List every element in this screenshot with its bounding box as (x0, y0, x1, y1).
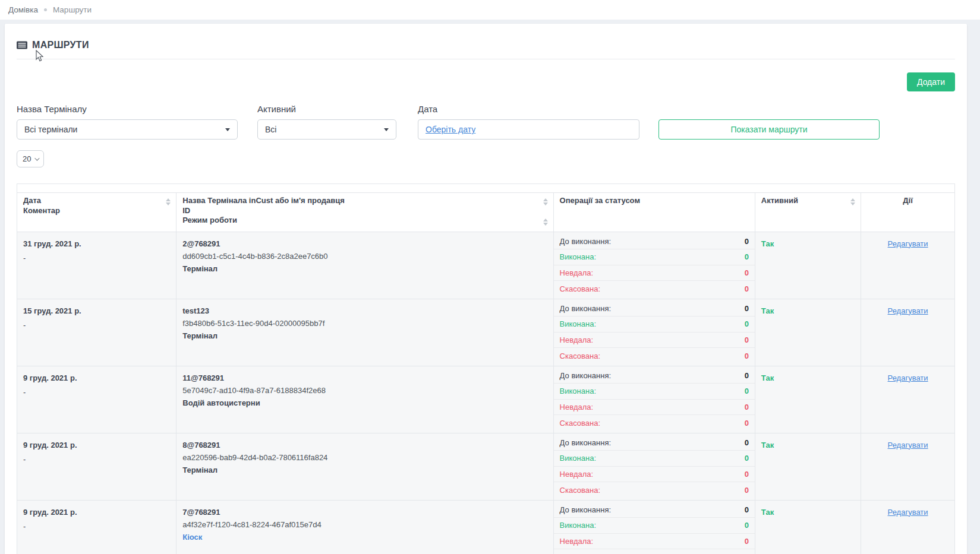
status-line: До виконання:0 (554, 301, 755, 317)
cell-active: Так (755, 232, 861, 299)
edit-link[interactable]: Редагувати (888, 508, 928, 517)
add-button[interactable]: Додати (907, 72, 955, 91)
header-active[interactable]: Активний (755, 193, 861, 232)
cell-terminal: 8@768291 ea220596-bab9-42d4-b0a2-7806116… (177, 433, 553, 500)
status-line: До виконання:0 (554, 234, 755, 250)
cell-status: До виконання:0Виконана:0Невдала:0Скасова… (553, 500, 755, 554)
status-label: Невдала: (560, 403, 594, 411)
chevron-down-icon (384, 128, 389, 131)
page-size-value: 20 (23, 154, 31, 163)
cell-actions: Редагувати (861, 500, 955, 554)
page-size-wrap: 20 (17, 150, 955, 167)
header-date-comment[interactable]: Дата Коментар (17, 193, 177, 232)
status-count: 0 (745, 268, 749, 277)
status-count: 0 (745, 371, 749, 380)
page-size-select[interactable]: 20 (17, 150, 44, 167)
active-value: Так (761, 239, 774, 248)
active-value: Так (761, 508, 774, 517)
choose-date-link[interactable]: Оберіть дату (426, 125, 475, 134)
status-line: Невдала:0 (554, 333, 755, 349)
card-header: МАРШРУТИ (17, 24, 955, 59)
cell-terminal: 7@768291 a4f32e7f-f120-4c81-8224-467af01… (177, 500, 553, 554)
table-row: 9 груд. 2021 р. - 8@768291 ea220596-bab9… (17, 433, 955, 500)
active-value: Так (761, 306, 774, 315)
status-list: До виконання:0Виконана:0Невдала:0Скасова… (554, 433, 755, 498)
status-count: 0 (745, 284, 749, 293)
filters-row: Назва Терміналу Всі термінали Активний В… (17, 104, 955, 140)
terminal-name: test123 (182, 306, 547, 315)
cell-active: Так (755, 500, 861, 554)
cell-active: Так (755, 366, 861, 433)
status-count: 0 (745, 438, 749, 447)
edit-link[interactable]: Редагувати (888, 306, 928, 315)
status-label: До виконання: (560, 371, 611, 380)
table-row: 15 груд. 2021 р. - test123 f3b480b6-51c3… (17, 299, 955, 366)
sort-arrows-icon[interactable] (850, 198, 855, 205)
status-count: 0 (745, 304, 749, 313)
breadcrumb: Домівка Маршрути (0, 0, 980, 20)
header-id-label: ID (182, 206, 537, 216)
status-label: Виконана: (560, 387, 596, 395)
status-label: Скасована: (560, 352, 600, 360)
breadcrumb-home-link[interactable]: Домівка (8, 5, 38, 14)
list-icon (17, 41, 27, 49)
status-line: До виконання:0 (554, 435, 755, 451)
status-label: Скасована: (560, 419, 600, 428)
status-count: 0 (745, 454, 749, 463)
status-line: До виконання:0 (554, 368, 755, 384)
sort-arrows-icon[interactable] (543, 198, 548, 205)
route-date: 31 груд. 2021 р. (23, 239, 170, 248)
status-list: До виконання:0Виконана:0Невдала:0Скасова… (554, 299, 755, 364)
status-count: 0 (745, 403, 749, 411)
status-count: 0 (745, 505, 749, 514)
status-count: 0 (745, 387, 749, 395)
edit-link[interactable]: Редагувати (888, 373, 928, 382)
active-select[interactable]: Всі (257, 119, 396, 140)
terminal-mode: Термінал (182, 466, 547, 474)
terminal-id: 5e7049c7-ad10-4f9a-87a7-6188834f2e68 (182, 386, 547, 395)
table-row: 9 груд. 2021 р. - 11@768291 5e7049c7-ad1… (17, 366, 955, 433)
cell-terminal: 2@768291 dd609cb1-c5c1-4c4b-b836-2c8a2ee… (177, 232, 553, 299)
status-count: 0 (745, 470, 749, 479)
sort-arrows-icon[interactable] (166, 198, 171, 205)
terminal-id: dd609cb1-c5c1-4c4b-b836-2c8a2ee7c6b0 (182, 252, 547, 261)
filter-date: Дата Оберіть дату (418, 104, 639, 140)
route-comment: - (23, 254, 170, 262)
status-line: Виконана:0 (554, 451, 755, 467)
table-row: 9 груд. 2021 р. - 7@768291 a4f32e7f-f120… (17, 500, 955, 554)
header-terminal-name[interactable]: Назва Термінала inCust або ім'я продавця… (177, 193, 553, 232)
table-filter-spacer-row (17, 184, 955, 193)
status-label: Невдала: (560, 335, 594, 344)
status-label: До виконання: (560, 505, 611, 514)
status-line: Невдала:0 (554, 534, 755, 550)
status-list: До виконання:0Виконана:0Невдала:0Скасова… (554, 232, 755, 297)
status-line: Виконана:0 (554, 518, 755, 534)
status-count: 0 (745, 252, 749, 261)
cell-status: До виконання:0Виконана:0Невдала:0Скасова… (553, 433, 755, 500)
edit-link[interactable]: Редагувати (888, 441, 928, 449)
toolbar: Додати (17, 72, 955, 91)
terminal-id: a4f32e7f-f120-4c81-8224-467af015e7d4 (182, 520, 547, 529)
cell-status: До виконання:0Виконана:0Невдала:0Скасова… (553, 232, 755, 299)
status-line: Невдала:0 (554, 467, 755, 483)
terminal-mode-link[interactable]: Кіоск (182, 533, 547, 542)
table-header-row: Дата Коментар Назва Термінала inCust або… (17, 193, 955, 232)
cell-date-comment: 9 груд. 2021 р. - (17, 433, 177, 500)
cell-date-comment: 15 груд. 2021 р. - (17, 299, 177, 366)
status-label: Скасована: (560, 284, 600, 293)
sort-arrows-icon[interactable] (543, 219, 548, 226)
filter-active: Активний Всі (257, 104, 396, 140)
date-input[interactable]: Оберіть дату (418, 119, 639, 140)
route-date: 9 груд. 2021 р. (23, 441, 170, 449)
show-routes-button[interactable]: Показати маршрути (658, 119, 880, 140)
header-name-label: Назва Термінала inCust або ім'я продавця (182, 196, 537, 206)
status-line: Виконана:0 (554, 249, 755, 265)
route-comment: - (23, 522, 170, 531)
status-line: Скасована:0 (554, 281, 755, 297)
status-count: 0 (745, 352, 749, 360)
status-label: Виконана: (560, 521, 596, 530)
terminal-select[interactable]: Всі термінали (17, 119, 238, 140)
edit-link[interactable]: Редагувати (888, 239, 928, 248)
terminal-mode: Термінал (182, 264, 547, 273)
cell-status: До виконання:0Виконана:0Невдала:0Скасова… (553, 299, 755, 366)
